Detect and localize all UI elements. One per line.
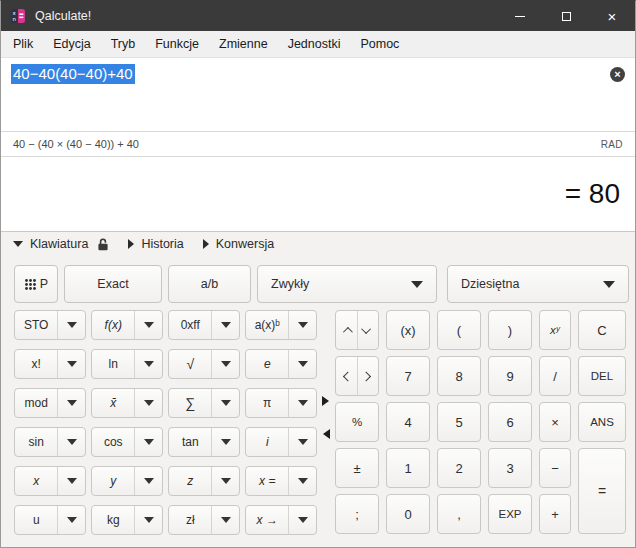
- key-clear-all[interactable]: C: [578, 310, 626, 350]
- key-x-equals-dropdown[interactable]: [289, 467, 316, 495]
- menu-funkcje[interactable]: Funkcje: [145, 37, 209, 51]
- lock-open-icon[interactable]: [97, 238, 109, 251]
- key-ln-main[interactable]: ln: [92, 350, 135, 378]
- key-close-paren[interactable]: ): [488, 310, 532, 350]
- conversion-toggle[interactable]: Konwersja: [203, 237, 274, 251]
- key-x-store-dropdown[interactable]: [289, 506, 316, 534]
- expand-right-icon[interactable]: [322, 396, 329, 406]
- key-sin-main[interactable]: sin: [15, 428, 58, 456]
- key-y-dropdown[interactable]: [135, 467, 162, 495]
- key-semicolon[interactable]: ;: [335, 494, 379, 534]
- key-two[interactable]: 2: [437, 448, 481, 488]
- key-four[interactable]: 4: [386, 402, 430, 442]
- key-up[interactable]: [336, 311, 357, 349]
- key-i-dropdown[interactable]: [289, 428, 316, 456]
- key-five[interactable]: 5: [437, 402, 481, 442]
- key-i-main[interactable]: i: [246, 428, 289, 456]
- key-e-dropdown[interactable]: [289, 350, 316, 378]
- keyboard-toggle[interactable]: Klawiatura: [13, 237, 109, 251]
- exact-button[interactable]: Exact: [64, 265, 162, 303]
- key-sto-main[interactable]: STO: [15, 311, 58, 339]
- key-factorial-main[interactable]: x!: [15, 350, 58, 378]
- base-dropdown[interactable]: Dziesiętna: [447, 265, 629, 303]
- key-cos-dropdown[interactable]: [135, 428, 162, 456]
- key-power[interactable]: xʸ: [539, 310, 571, 350]
- key-sqrt-dropdown[interactable]: [212, 350, 239, 378]
- maximize-button[interactable]: [543, 1, 589, 31]
- key-u-main[interactable]: u: [15, 506, 58, 534]
- key-three[interactable]: 3: [488, 448, 532, 488]
- key-divide[interactable]: /: [539, 356, 571, 396]
- key-tan-main[interactable]: tan: [169, 428, 212, 456]
- key-factorial-dropdown[interactable]: [58, 350, 85, 378]
- key-mean-main[interactable]: x̄: [92, 389, 135, 417]
- key-x-equals-main[interactable]: x =: [246, 467, 289, 495]
- key-mean-dropdown[interactable]: [135, 389, 162, 417]
- key-ln-dropdown[interactable]: [135, 350, 162, 378]
- key-fx-parens[interactable]: (x): [386, 310, 430, 350]
- key-x-main[interactable]: x: [15, 467, 58, 495]
- key-z-dropdown[interactable]: [212, 467, 239, 495]
- key-z-main[interactable]: z: [169, 467, 212, 495]
- expand-left-icon[interactable]: [323, 429, 330, 439]
- key-tan-dropdown[interactable]: [212, 428, 239, 456]
- key-mod-dropdown[interactable]: [58, 389, 85, 417]
- key-delete[interactable]: DEL: [578, 356, 626, 396]
- key-sum-main[interactable]: ∑: [169, 389, 212, 417]
- clear-icon[interactable]: ×: [610, 67, 625, 82]
- key-down[interactable]: [357, 311, 379, 349]
- key-x-store-main[interactable]: x →: [246, 506, 289, 534]
- key-multiply[interactable]: ×: [539, 402, 571, 442]
- history-toggle[interactable]: Historia: [128, 237, 183, 251]
- key-answer[interactable]: ANS: [578, 402, 626, 442]
- key-fx-main[interactable]: f(x): [92, 311, 135, 339]
- key-plus-minus[interactable]: ±: [335, 448, 379, 488]
- key-sin-dropdown[interactable]: [58, 428, 85, 456]
- key-fx-dropdown[interactable]: [135, 311, 162, 339]
- menu-tryb[interactable]: Tryb: [101, 37, 146, 51]
- key-axb-main[interactable]: a(x)ᵇ: [246, 311, 289, 339]
- key-e-main[interactable]: e: [246, 350, 289, 378]
- key-equals[interactable]: =: [578, 448, 626, 534]
- key-six[interactable]: 6: [488, 402, 532, 442]
- key-zl-main[interactable]: zł: [169, 506, 212, 534]
- key-sum-dropdown[interactable]: [212, 389, 239, 417]
- key-right[interactable]: [357, 357, 379, 395]
- key-zero[interactable]: 0: [386, 494, 430, 534]
- key-minus[interactable]: −: [539, 448, 571, 488]
- key-u-dropdown[interactable]: [58, 506, 85, 534]
- key-comma[interactable]: ,: [437, 494, 481, 534]
- expression-input[interactable]: 40−40(40−40)+40 ×: [1, 58, 635, 131]
- key-exp[interactable]: EXP: [488, 494, 532, 534]
- menu-plik[interactable]: Plik: [3, 37, 43, 51]
- fraction-button[interactable]: a/b: [168, 265, 251, 303]
- menu-jednostki[interactable]: Jednostki: [278, 37, 351, 51]
- minimize-button[interactable]: [497, 1, 543, 31]
- menu-pomoc[interactable]: Pomoc: [350, 37, 409, 51]
- key-seven[interactable]: 7: [386, 356, 430, 396]
- key-sqrt-main[interactable]: √: [169, 350, 212, 378]
- key-left[interactable]: [336, 357, 357, 395]
- menu-zmienne[interactable]: Zmienne: [209, 37, 278, 51]
- menu-edycja[interactable]: Edycja: [43, 37, 101, 51]
- key-eight[interactable]: 8: [437, 356, 481, 396]
- format-dropdown[interactable]: Zwykły: [257, 265, 437, 303]
- key-mod-main[interactable]: mod: [15, 389, 58, 417]
- key-pi-main[interactable]: π: [246, 389, 289, 417]
- key-axb-dropdown[interactable]: [289, 311, 316, 339]
- key-open-paren[interactable]: (: [437, 310, 481, 350]
- key-percent[interactable]: %: [335, 402, 379, 442]
- key-pi-dropdown[interactable]: [289, 389, 316, 417]
- key-0xff-dropdown[interactable]: [212, 311, 239, 339]
- key-x-dropdown[interactable]: [58, 467, 85, 495]
- key-plus[interactable]: +: [539, 494, 571, 534]
- keypad-mode-button[interactable]: P: [14, 265, 58, 303]
- key-y-main[interactable]: y: [92, 467, 135, 495]
- key-one[interactable]: 1: [386, 448, 430, 488]
- key-kg-main[interactable]: kg: [92, 506, 135, 534]
- key-0xff-main[interactable]: 0xff: [169, 311, 212, 339]
- key-cos-main[interactable]: cos: [92, 428, 135, 456]
- key-sto-dropdown[interactable]: [58, 311, 85, 339]
- key-nine[interactable]: 9: [488, 356, 532, 396]
- key-zl-dropdown[interactable]: [212, 506, 239, 534]
